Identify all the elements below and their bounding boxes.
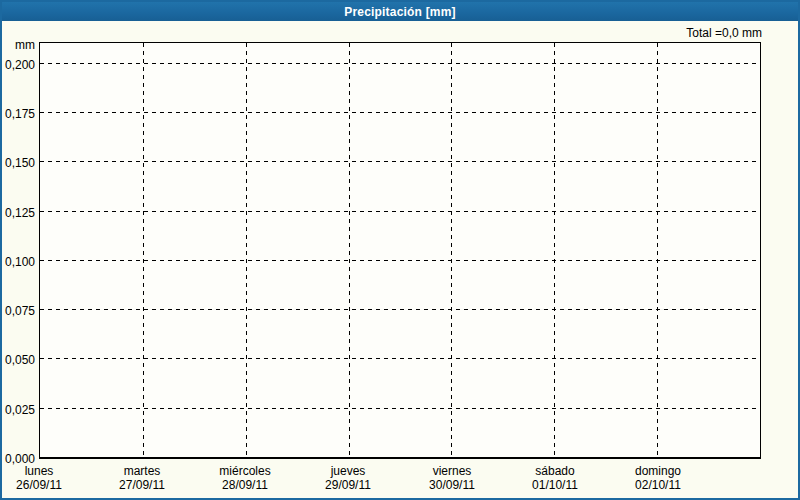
- y-axis: mm 0,2000,1750,1500,1250,1000,0750,0500,…: [2, 42, 35, 482]
- x-axis-day-label: miércoles: [197, 464, 293, 478]
- x-axis-date-label: 28/09/11: [197, 478, 293, 492]
- x-axis-date-label: 02/10/11: [610, 478, 706, 492]
- y-axis-tick-label: 0,200: [5, 58, 35, 72]
- y-axis-unit-label: mm: [15, 38, 35, 52]
- x-axis-category-label: viernes30/09/11: [404, 464, 500, 492]
- y-gridline: [40, 63, 760, 64]
- x-gridline: [657, 43, 658, 457]
- plot-area: [39, 42, 761, 459]
- x-axis-category-label: jueves29/09/11: [300, 464, 396, 492]
- x-axis-date-label: 29/09/11: [300, 478, 396, 492]
- x-axis-category-label: lunes26/09/11: [0, 464, 87, 492]
- y-axis-tick-label: 0,050: [5, 353, 35, 367]
- y-axis-tick-label: 0,100: [5, 255, 35, 269]
- y-axis-tick-label: 0,150: [5, 156, 35, 170]
- y-axis-tick-label: 0,075: [5, 304, 35, 318]
- x-axis-day-label: sábado: [507, 464, 603, 478]
- chart-window: Precipitación [mm] Total =0,0 mm mm 0,20…: [0, 0, 800, 500]
- x-axis-date-label: 26/09/11: [0, 478, 87, 492]
- x-axis-day-label: viernes: [404, 464, 500, 478]
- y-gridline: [40, 260, 760, 261]
- x-axis: lunes26/09/11martes27/09/11miércoles28/0…: [39, 464, 761, 496]
- y-gridline: [40, 408, 760, 409]
- y-gridline: [40, 211, 760, 212]
- x-gridline: [143, 43, 144, 457]
- x-axis-date-label: 01/10/11: [507, 478, 603, 492]
- x-axis-day-label: lunes: [0, 464, 87, 478]
- x-axis-category-label: martes27/09/11: [94, 464, 190, 492]
- title-bar: Precipitación [mm]: [2, 2, 798, 21]
- x-axis-day-label: jueves: [300, 464, 396, 478]
- x-gridline: [554, 43, 555, 457]
- x-axis-day-label: domingo: [610, 464, 706, 478]
- y-gridline: [40, 161, 760, 162]
- x-axis-date-label: 30/09/11: [404, 478, 500, 492]
- x-gridline: [349, 43, 350, 457]
- x-axis-category-label: miércoles28/09/11: [197, 464, 293, 492]
- x-gridline: [246, 43, 247, 457]
- y-axis-tick-label: 0,125: [5, 206, 35, 220]
- x-gridline: [451, 43, 452, 457]
- x-axis-category-label: sábado01/10/11: [507, 464, 603, 492]
- chart-title: Precipitación [mm]: [344, 5, 456, 19]
- y-gridline: [40, 309, 760, 310]
- y-gridline: [40, 112, 760, 113]
- y-gridline: [40, 358, 760, 359]
- total-annotation: Total =0,0 mm: [686, 26, 762, 40]
- y-axis-tick-label: 0,025: [5, 403, 35, 417]
- x-axis-category-label: domingo02/10/11: [610, 464, 706, 492]
- x-axis-day-label: martes: [94, 464, 190, 478]
- y-axis-tick-label: 0,175: [5, 107, 35, 121]
- x-axis-date-label: 27/09/11: [94, 478, 190, 492]
